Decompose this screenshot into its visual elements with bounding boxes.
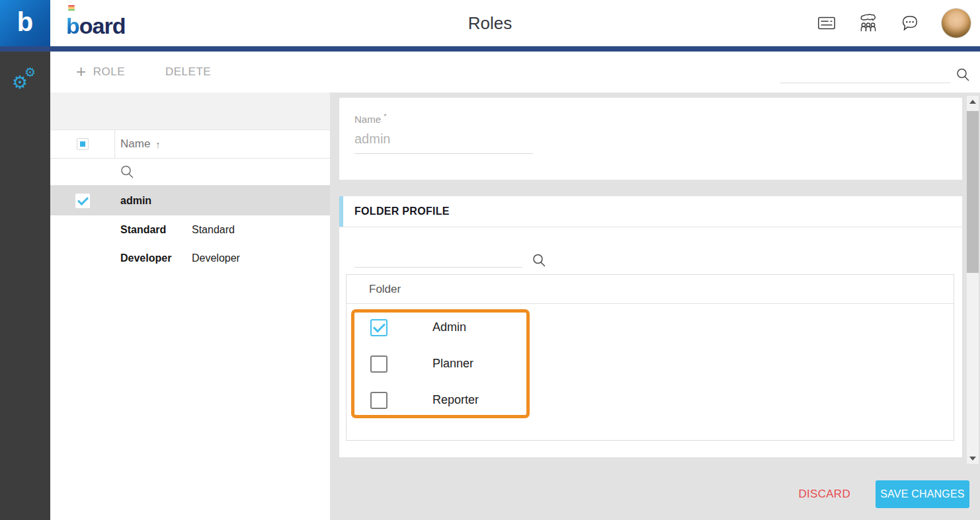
folder-table: Folder Admin Planner Reporter [346,274,954,441]
folder-label: Planner [432,357,473,371]
board-logo: board [66,8,125,38]
search-icon[interactable] [956,67,970,85]
app-logo-tile[interactable]: b [0,0,50,46]
folder-row-admin[interactable]: Admin [347,309,954,346]
role-name: Developer [115,252,192,264]
board-logo-text: oard [79,14,126,38]
name-field-label: Name * [354,112,962,125]
page-title: Roles [468,13,512,34]
discard-button[interactable]: DISCARD [798,488,850,501]
scrollbar-thumb[interactable] [967,111,979,273]
sort-asc-icon: ↑ [155,139,161,150]
scroll-down-button[interactable] [967,453,979,464]
user-avatar[interactable] [942,9,971,38]
folder-label: Admin [432,320,466,334]
list-top-band [50,93,330,130]
folder-checkbox[interactable] [370,319,388,336]
role-checkbox[interactable] [75,194,90,208]
role-detail-panel: Name * FOLDER PROFILE Folder A [330,93,980,520]
folder-column-header: Folder [347,275,954,304]
scroll-up-icon [969,100,976,104]
role-description: Developer [192,252,240,264]
system-settings-button[interactable]: ⚙ ⚙ [0,59,50,102]
roles-list-panel: Name ↑ admin Standard Standard Dev [50,93,330,520]
folder-profile-header: FOLDER PROFILE [339,196,962,227]
app-window: b board Roles [0,0,980,520]
save-changes-button[interactable]: SAVE CHANGES [876,480,969,508]
toolbar-search-input[interactable] [780,67,950,83]
folder-profile-card: FOLDER PROFILE Folder Admin Plan [339,196,962,457]
role-name-input[interactable] [354,126,533,154]
row-checkbox-cell [50,223,115,237]
role-name: admin [115,195,192,207]
folder-rows: Admin Planner Reporter [347,304,954,418]
footer-actions: DISCARD SAVE CHANGES [798,480,969,508]
search-icon [120,165,134,179]
navy-divider-bar [0,46,980,52]
add-role-label: ROLE [93,65,125,79]
select-all-checkbox[interactable] [77,138,89,150]
chat-icon[interactable] [900,13,920,33]
plus-icon: + [76,63,87,80]
gear-icon: ⚙ [12,74,28,92]
roles-toolbar: + ROLE DELETE [50,52,980,93]
delete-label: DELETE [165,65,211,79]
select-all-column [50,130,115,158]
board-logo-bars [68,5,75,11]
row-checkbox-cell [50,194,115,208]
section-accent-bar [339,196,343,227]
scroll-down-icon [969,457,976,461]
folder-profile-title: FOLDER PROFILE [354,205,450,217]
folder-checkbox[interactable] [370,355,388,373]
folder-search [354,252,522,268]
name-header-label: Name [120,137,150,151]
top-icons [817,0,971,46]
required-marker: * [384,112,386,120]
role-checkbox[interactable] [75,251,90,266]
vertical-scrollbar[interactable] [967,96,979,464]
brand-mark: b [17,9,33,35]
toolbar-search [780,67,950,83]
left-sidebar: ⚙ ⚙ [0,52,50,520]
search-icon[interactable] [532,253,546,268]
delete-role-button[interactable]: DELETE [165,52,211,93]
folder-checkbox[interactable] [370,392,388,409]
folder-row-planner[interactable]: Planner [347,346,954,382]
role-description: Standard [192,224,235,236]
role-row-standard[interactable]: Standard Standard [50,215,330,244]
board-logo-b: b [66,14,79,38]
indeterminate-mark [80,141,85,147]
name-field-card: Name * [339,98,962,180]
role-name: Standard [115,224,192,236]
roles-table-header: Name ↑ [50,130,330,159]
add-role-button[interactable]: + ROLE [76,52,125,93]
news-icon[interactable] [817,13,837,33]
scroll-up-button[interactable] [967,96,979,107]
community-icon[interactable] [858,13,878,33]
name-column-header[interactable]: Name ↑ [115,137,161,151]
role-row-developer[interactable]: Developer Developer [50,244,330,272]
role-row-admin[interactable]: admin [50,186,330,215]
folder-search-input[interactable] [354,252,522,268]
folder-header-label: Folder [369,283,401,296]
row-checkbox-cell [50,251,115,266]
role-checkbox[interactable] [75,223,90,237]
name-label-text: Name [354,114,381,125]
folder-label: Reporter [432,393,479,407]
folder-row-reporter[interactable]: Reporter [347,382,954,418]
top-bar: b board Roles [0,0,980,46]
roles-filter-row[interactable] [50,159,330,186]
